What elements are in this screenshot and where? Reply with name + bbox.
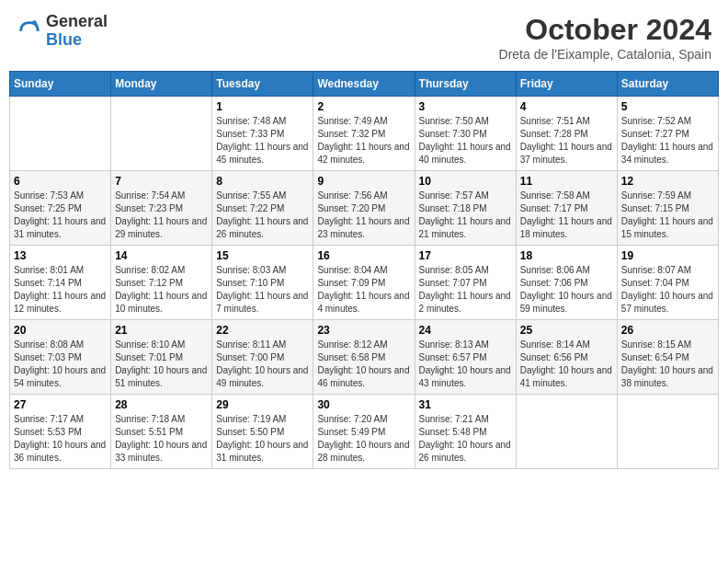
calendar-cell: 3Sunrise: 7:50 AM Sunset: 7:30 PM Daylig… <box>415 97 516 171</box>
calendar-week-row: 13Sunrise: 8:01 AM Sunset: 7:14 PM Dayli… <box>10 246 719 320</box>
day-number: 16 <box>317 249 410 262</box>
day-info: Sunrise: 8:01 AM Sunset: 7:14 PM Dayligh… <box>14 264 107 316</box>
day-of-week-wednesday: Wednesday <box>313 72 415 97</box>
day-number: 26 <box>621 324 714 337</box>
calendar-cell: 4Sunrise: 7:51 AM Sunset: 7:28 PM Daylig… <box>516 97 617 171</box>
day-info: Sunrise: 8:14 AM Sunset: 6:56 PM Dayligh… <box>520 339 613 390</box>
day-number: 18 <box>520 249 613 262</box>
day-number: 17 <box>419 249 512 262</box>
day-number: 30 <box>317 398 410 411</box>
calendar-cell: 9Sunrise: 7:56 AM Sunset: 7:20 PM Daylig… <box>313 171 415 246</box>
day-of-week-monday: Monday <box>111 72 212 97</box>
day-info: Sunrise: 8:07 AM Sunset: 7:04 PM Dayligh… <box>621 264 714 316</box>
calendar-cell: 26Sunrise: 8:15 AM Sunset: 6:54 PM Dayli… <box>617 320 718 395</box>
calendar-cell <box>10 97 111 171</box>
day-number: 22 <box>216 324 309 337</box>
calendar-cell <box>111 97 212 171</box>
calendar-body: 1Sunrise: 7:48 AM Sunset: 7:33 PM Daylig… <box>10 97 719 469</box>
calendar-cell: 31Sunrise: 7:21 AM Sunset: 5:48 PM Dayli… <box>415 395 516 469</box>
day-number: 2 <box>317 100 410 113</box>
day-number: 4 <box>520 100 613 113</box>
calendar-cell <box>516 395 617 469</box>
day-info: Sunrise: 7:18 AM Sunset: 5:51 PM Dayligh… <box>115 413 208 465</box>
day-info: Sunrise: 7:59 AM Sunset: 7:15 PM Dayligh… <box>621 190 714 241</box>
days-of-week-row: SundayMondayTuesdayWednesdayThursdayFrid… <box>10 72 719 97</box>
calendar-cell: 28Sunrise: 7:18 AM Sunset: 5:51 PM Dayli… <box>111 395 212 469</box>
calendar-cell: 13Sunrise: 8:01 AM Sunset: 7:14 PM Dayli… <box>10 246 111 320</box>
day-info: Sunrise: 7:50 AM Sunset: 7:30 PM Dayligh… <box>419 115 512 167</box>
calendar-cell: 16Sunrise: 8:04 AM Sunset: 7:09 PM Dayli… <box>313 246 415 320</box>
day-number: 7 <box>115 175 208 188</box>
calendar-header: SundayMondayTuesdayWednesdayThursdayFrid… <box>10 72 719 97</box>
calendar-cell: 10Sunrise: 7:57 AM Sunset: 7:18 PM Dayli… <box>415 171 516 246</box>
day-number: 11 <box>520 175 613 188</box>
calendar-cell: 14Sunrise: 8:02 AM Sunset: 7:12 PM Dayli… <box>111 246 212 320</box>
location-subtitle: Dreta de l'Eixample, Catalonia, Spain <box>499 47 711 62</box>
calendar-cell: 5Sunrise: 7:52 AM Sunset: 7:27 PM Daylig… <box>617 97 718 171</box>
calendar-cell <box>617 395 718 469</box>
calendar-cell: 17Sunrise: 8:05 AM Sunset: 7:07 PM Dayli… <box>415 246 516 320</box>
calendar-cell: 7Sunrise: 7:54 AM Sunset: 7:23 PM Daylig… <box>111 171 212 246</box>
calendar-cell: 22Sunrise: 8:11 AM Sunset: 7:00 PM Dayli… <box>212 320 313 395</box>
logo-blue-text: Blue <box>46 31 108 50</box>
day-info: Sunrise: 8:02 AM Sunset: 7:12 PM Dayligh… <box>115 264 208 316</box>
day-info: Sunrise: 7:21 AM Sunset: 5:48 PM Dayligh… <box>419 413 512 465</box>
day-info: Sunrise: 8:12 AM Sunset: 6:58 PM Dayligh… <box>317 339 410 390</box>
day-number: 3 <box>419 100 512 113</box>
calendar-cell: 8Sunrise: 7:55 AM Sunset: 7:22 PM Daylig… <box>212 171 313 246</box>
calendar-cell: 27Sunrise: 7:17 AM Sunset: 5:53 PM Dayli… <box>10 395 111 469</box>
calendar-cell: 6Sunrise: 7:53 AM Sunset: 7:25 PM Daylig… <box>10 171 111 246</box>
day-number: 8 <box>216 175 309 188</box>
day-info: Sunrise: 8:05 AM Sunset: 7:07 PM Dayligh… <box>419 264 512 316</box>
day-number: 13 <box>14 249 107 262</box>
day-number: 1 <box>216 100 309 113</box>
calendar-week-row: 20Sunrise: 8:08 AM Sunset: 7:03 PM Dayli… <box>10 320 719 395</box>
day-number: 5 <box>621 100 714 113</box>
logo-text: General Blue <box>46 13 108 50</box>
day-info: Sunrise: 7:56 AM Sunset: 7:20 PM Dayligh… <box>317 190 410 241</box>
day-info: Sunrise: 8:15 AM Sunset: 6:54 PM Dayligh… <box>621 339 714 390</box>
day-number: 21 <box>115 324 208 337</box>
day-number: 15 <box>216 249 309 262</box>
calendar-cell: 1Sunrise: 7:48 AM Sunset: 7:33 PM Daylig… <box>212 97 313 171</box>
day-info: Sunrise: 7:49 AM Sunset: 7:32 PM Dayligh… <box>317 115 410 167</box>
day-info: Sunrise: 8:08 AM Sunset: 7:03 PM Dayligh… <box>14 339 107 390</box>
day-of-week-tuesday: Tuesday <box>212 72 313 97</box>
calendar-cell: 20Sunrise: 8:08 AM Sunset: 7:03 PM Dayli… <box>10 320 111 395</box>
calendar-cell: 29Sunrise: 7:19 AM Sunset: 5:50 PM Dayli… <box>212 395 313 469</box>
day-info: Sunrise: 7:58 AM Sunset: 7:17 PM Dayligh… <box>520 190 613 241</box>
day-of-week-saturday: Saturday <box>617 72 718 97</box>
day-of-week-sunday: Sunday <box>10 72 111 97</box>
day-number: 23 <box>317 324 410 337</box>
calendar-week-row: 6Sunrise: 7:53 AM Sunset: 7:25 PM Daylig… <box>10 171 719 246</box>
calendar-cell: 30Sunrise: 7:20 AM Sunset: 5:49 PM Dayli… <box>313 395 415 469</box>
title-block: October 2024 Dreta de l'Eixample, Catalo… <box>499 13 711 62</box>
calendar-table: SundayMondayTuesdayWednesdayThursdayFrid… <box>9 71 719 469</box>
logo: General Blue <box>17 13 108 50</box>
day-number: 25 <box>520 324 613 337</box>
day-number: 24 <box>419 324 512 337</box>
day-info: Sunrise: 8:11 AM Sunset: 7:00 PM Dayligh… <box>216 339 309 390</box>
day-number: 10 <box>419 175 512 188</box>
day-info: Sunrise: 8:13 AM Sunset: 6:57 PM Dayligh… <box>419 339 512 390</box>
day-info: Sunrise: 7:57 AM Sunset: 7:18 PM Dayligh… <box>419 190 512 241</box>
day-of-week-thursday: Thursday <box>415 72 516 97</box>
day-info: Sunrise: 7:19 AM Sunset: 5:50 PM Dayligh… <box>216 413 309 465</box>
day-number: 14 <box>115 249 208 262</box>
calendar-cell: 25Sunrise: 8:14 AM Sunset: 6:56 PM Dayli… <box>516 320 617 395</box>
day-info: Sunrise: 8:03 AM Sunset: 7:10 PM Dayligh… <box>216 264 309 316</box>
day-number: 19 <box>621 249 714 262</box>
day-number: 27 <box>14 398 107 411</box>
day-info: Sunrise: 7:17 AM Sunset: 5:53 PM Dayligh… <box>14 413 107 465</box>
day-info: Sunrise: 7:54 AM Sunset: 7:23 PM Dayligh… <box>115 190 208 241</box>
calendar-cell: 18Sunrise: 8:06 AM Sunset: 7:06 PM Dayli… <box>516 246 617 320</box>
day-info: Sunrise: 7:55 AM Sunset: 7:22 PM Dayligh… <box>216 190 309 241</box>
day-number: 20 <box>14 324 107 337</box>
day-info: Sunrise: 7:53 AM Sunset: 7:25 PM Dayligh… <box>14 190 107 241</box>
day-number: 6 <box>14 175 107 188</box>
logo-general-text: General <box>46 13 108 31</box>
day-info: Sunrise: 8:04 AM Sunset: 7:09 PM Dayligh… <box>317 264 410 316</box>
day-number: 31 <box>419 398 512 411</box>
day-info: Sunrise: 7:20 AM Sunset: 5:49 PM Dayligh… <box>317 413 410 465</box>
month-title: October 2024 <box>499 13 711 47</box>
